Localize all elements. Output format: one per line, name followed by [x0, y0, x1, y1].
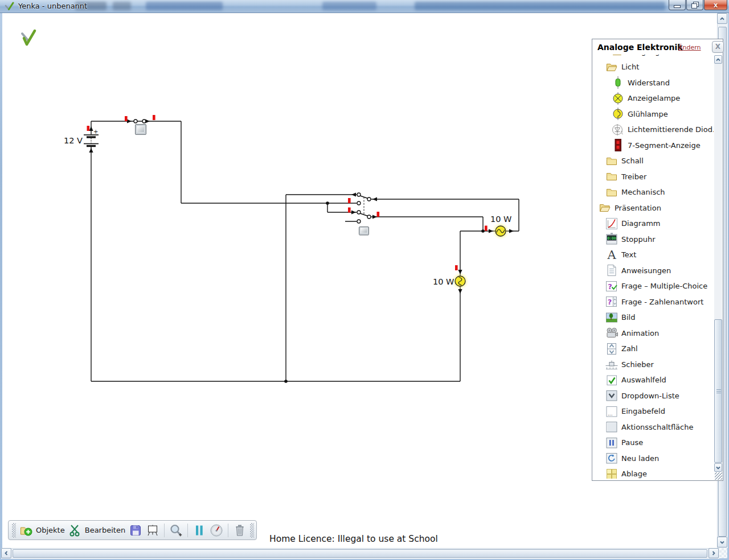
component-icon: [605, 373, 619, 387]
switch-contacts: [134, 120, 371, 223]
panel-item[interactable]: Diagramm: [593, 216, 714, 232]
panel-item[interactable]: Aktionsschaltfläche: [593, 419, 714, 435]
scroll-down-button[interactable]: [717, 537, 727, 547]
scrollbar-corner: [719, 548, 727, 558]
toolbar-separator: [228, 524, 228, 537]
panel-item[interactable]: Dropdown-Liste: [593, 388, 714, 404]
panel-resize-grip[interactable]: [715, 472, 722, 480]
panel-scroll-down-button[interactable]: [714, 463, 722, 472]
component-icon: [605, 342, 619, 356]
panel-item[interactable]: Neu laden: [593, 451, 714, 467]
panel-item[interactable]: 7-Segment-Anzeige: [593, 138, 714, 154]
panel-item-label: Text: [621, 250, 636, 259]
toolbar-button[interactable]: [129, 524, 142, 537]
toolbar-button[interactable]: [146, 524, 159, 537]
panel-title: Analoge Elektronik: [597, 43, 683, 52]
panel-edit-link[interactable]: Ändern: [678, 44, 701, 51]
panel-item[interactable]: ? Frage - Zahlenantwort: [593, 294, 714, 310]
panel-item[interactable]: Lichtemittierende Diod...: [593, 122, 714, 138]
lamp-top-label: 10 W: [490, 215, 511, 224]
panel-item-label: Glühlampe: [628, 110, 668, 118]
scroll-left-button[interactable]: [1, 548, 11, 558]
toolbar-button[interactable]: [233, 524, 247, 537]
lamp-bottom[interactable]: [452, 273, 469, 290]
minimize-button[interactable]: [669, 0, 686, 10]
panel-item[interactable]: Ablage: [593, 466, 714, 479]
component-icon: ?: [605, 295, 619, 308]
panel-item[interactable]: 0:00 Stoppuhr: [593, 232, 714, 248]
component-icon: ?: [605, 279, 619, 293]
close-icon: x: [714, 1, 718, 9]
component-icon: [611, 92, 625, 105]
chevron-down-icon: [715, 465, 721, 471]
component-icon: [611, 123, 625, 137]
panel-item[interactable]: Schieber: [593, 357, 714, 373]
push-switch[interactable]: [136, 125, 146, 135]
close-button[interactable]: x: [704, 0, 727, 10]
dpdt-switch[interactable]: [359, 196, 369, 235]
panel-item-label: Frage – Multiple-Choice: [621, 282, 707, 290]
panel-item[interactable]: Pause: [593, 435, 714, 451]
panel-item-label: Lichtemittierende Diod...: [628, 125, 714, 134]
title-bar[interactable]: Yenka - unbenannt x: [0, 0, 729, 13]
yenka-logo: [22, 31, 35, 44]
toolbar-button[interactable]: [169, 524, 183, 537]
panel-item[interactable]: Zahl: [593, 341, 714, 357]
background-window-ghost: [146, 2, 223, 10]
horizontal-scrollbar[interactable]: [1, 548, 719, 559]
toolbar-button[interactable]: [210, 524, 223, 537]
panel-item-label: Ausgänge: [628, 55, 665, 56]
panel-scroll-up-button[interactable]: [714, 55, 722, 64]
background-window-ghost: [322, 2, 376, 10]
lamp-bottom-label: 10 W: [433, 277, 454, 286]
panel-item[interactable]: Widerstand: [593, 75, 714, 91]
panel-item[interactable]: Ausgänge: [593, 55, 714, 59]
panel-item[interactable]: Schall: [593, 153, 714, 169]
panel-item-label: Aktionsschaltfläche: [621, 423, 693, 431]
toolbar-button[interactable]: Bearbeiten: [68, 524, 125, 537]
panel-scrollbar[interactable]: [714, 55, 722, 472]
panel-item[interactable]: Treiber: [593, 169, 714, 185]
component-icon: [605, 451, 619, 465]
panel-item[interactable]: Glühlampe: [593, 106, 714, 122]
toolbar-grip[interactable]: [250, 523, 254, 538]
panel-item[interactable]: Licht: [593, 59, 714, 75]
panel-item[interactable]: Anweisungen: [593, 263, 714, 279]
scroll-right-button[interactable]: [708, 548, 719, 558]
panel-item-list: Ausgänge Licht Widerstand Anzeigelampe G…: [593, 55, 714, 479]
lamp-top[interactable]: [492, 223, 509, 240]
component-icon: [605, 357, 619, 371]
component-icon: [605, 154, 619, 168]
toolbar-button[interactable]: [193, 524, 206, 537]
chevron-up-icon: [715, 57, 721, 63]
panel-item[interactable]: Präsentation: [593, 200, 714, 216]
panel-close-button[interactable]: X: [712, 41, 724, 53]
yenka-app-icon: [5, 2, 14, 11]
panel-item-label: 7-Segment-Anzeige: [628, 141, 701, 150]
toolbar-button[interactable]: Objekte: [19, 524, 65, 537]
chevron-down-icon: [719, 540, 725, 545]
component-icon: [605, 311, 619, 324]
panel-item[interactable]: Anzeigelampe: [593, 90, 714, 106]
scroll-up-button[interactable]: [717, 13, 727, 24]
panel-item[interactable]: Mechanisch: [593, 184, 714, 200]
panel-item[interactable]: ... Eingabefeld: [593, 403, 714, 419]
chevron-left-icon: [3, 550, 9, 556]
minimize-icon: [674, 5, 681, 8]
panel-item[interactable]: A Text: [593, 247, 714, 263]
panel-item[interactable]: Bild: [593, 310, 714, 326]
panel-item[interactable]: Animation: [593, 326, 714, 341]
horizontal-scrollbar-thumb[interactable]: [13, 549, 707, 558]
toolbar-grip[interactable]: [12, 523, 16, 538]
chevron-right-icon: [711, 550, 716, 556]
wires[interactable]: [91, 121, 519, 381]
panel-item-label: Treiber: [621, 172, 646, 181]
app-window: + 12 V: [0, 0, 729, 560]
component-icon: [611, 55, 625, 58]
panel-scrollbar-thumb[interactable]: [714, 319, 722, 463]
panel-item[interactable]: ? Frage – Multiple-Choice: [593, 278, 714, 294]
component-icon: [605, 389, 619, 402]
restore-button[interactable]: [686, 0, 703, 10]
panel-item[interactable]: Auswahlfeld: [593, 372, 714, 388]
thumb-grip-lines: [716, 389, 721, 394]
